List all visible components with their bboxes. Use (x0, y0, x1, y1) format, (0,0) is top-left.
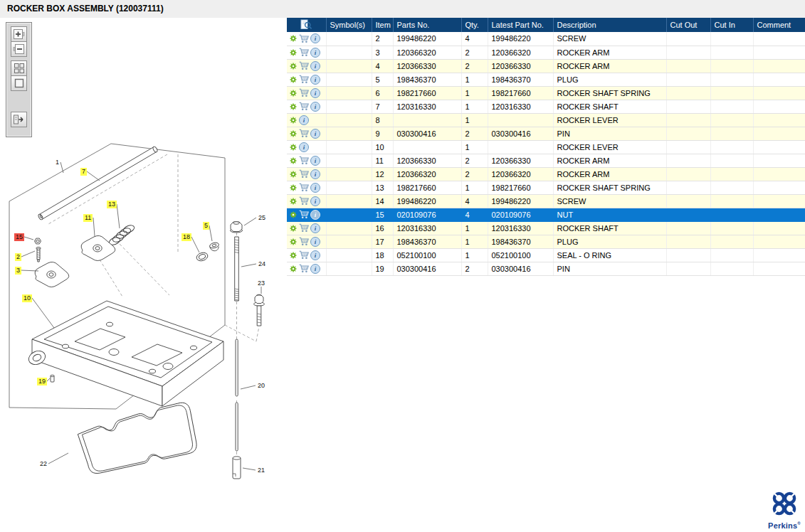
cart-icon[interactable] (299, 169, 309, 179)
table-row-item-16[interactable]: i161203163301120316330ROCKER SHAFT (287, 221, 805, 235)
cart-icon[interactable] (299, 210, 309, 219)
part-label-2[interactable]: 2 (15, 253, 21, 261)
gear-icon[interactable] (289, 183, 298, 192)
info-icon[interactable]: i (310, 61, 320, 71)
gear-icon[interactable] (289, 75, 298, 84)
cart-icon[interactable] (299, 237, 309, 246)
part-label-3[interactable]: 3 (15, 267, 21, 275)
part-label-10[interactable]: 10 (22, 294, 32, 302)
cart-icon[interactable] (299, 61, 309, 70)
gear-icon[interactable] (289, 34, 298, 43)
tile-view-button[interactable] (11, 60, 27, 76)
info-icon[interactable]: i (310, 33, 320, 43)
info-icon[interactable]: i (310, 169, 320, 179)
part-label-1[interactable]: 1 (54, 159, 60, 166)
part-label-19[interactable]: 19 (37, 378, 47, 385)
single-view-button[interactable] (11, 75, 27, 91)
column-header-cut-out[interactable]: Cut Out (666, 18, 710, 32)
table-row-item-9[interactable]: i90303004162030300416PIN (287, 127, 805, 140)
gear-icon[interactable] (289, 116, 298, 124)
cart-icon[interactable] (299, 183, 309, 192)
cart-icon[interactable] (299, 264, 309, 273)
gear-icon[interactable] (289, 265, 298, 273)
part-label-18[interactable]: 18 (181, 233, 191, 241)
table-row-item-8[interactable]: i81ROCKER LEVER (287, 113, 805, 127)
cart-icon[interactable] (299, 156, 309, 165)
column-header-latest-part-no[interactable]: Latest Part No. (488, 18, 553, 32)
toggle-panel-button[interactable] (11, 112, 27, 127)
zoom-in-button[interactable] (11, 26, 27, 42)
info-icon[interactable]: i (310, 250, 320, 260)
table-row-item-6[interactable]: i61982176601198217660ROCKER SHAFT SPRING (287, 86, 805, 100)
cart-icon[interactable] (299, 34, 309, 43)
info-icon[interactable]: i (310, 210, 320, 220)
column-header-description[interactable]: Description (553, 18, 666, 32)
part-label-21[interactable]: 21 (256, 467, 266, 474)
zoom-out-button[interactable] (11, 41, 27, 57)
info-icon[interactable]: i (310, 75, 320, 85)
gear-icon[interactable] (289, 251, 298, 260)
column-header-actions[interactable] (287, 18, 326, 32)
part-label-20[interactable]: 20 (256, 382, 266, 390)
info-icon[interactable]: i (310, 183, 320, 193)
table-row-item-12[interactable]: i121203663202120366320ROCKER ARM (287, 167, 805, 181)
cart-icon[interactable] (299, 129, 309, 138)
cart-icon[interactable] (299, 48, 309, 57)
gear-icon[interactable] (289, 102, 298, 111)
part-label-24[interactable]: 24 (257, 260, 267, 268)
info-icon[interactable]: i (310, 156, 320, 166)
gear-icon[interactable] (289, 156, 298, 165)
part-label-5[interactable]: 5 (203, 222, 209, 230)
part-label-13[interactable]: 13 (107, 201, 117, 208)
gear-icon[interactable] (289, 197, 298, 206)
gear-icon[interactable] (289, 170, 298, 179)
table-row-item-14[interactable]: i141994862204199486220SCREW (287, 194, 805, 208)
cart-icon[interactable] (299, 223, 309, 233)
column-header-comment[interactable]: Comment (753, 18, 805, 32)
table-row-item-17[interactable]: i171984363701198436370PLUG (287, 235, 805, 248)
table-row-item-3[interactable]: i31203663202120366320ROCKER ARM (287, 46, 805, 59)
gear-icon[interactable] (289, 211, 298, 219)
table-row-item-4[interactable]: i41203663302120366330ROCKER ARM (287, 59, 805, 73)
info-icon[interactable]: i (310, 48, 320, 58)
info-icon[interactable]: i (310, 237, 320, 247)
part-label-7[interactable]: 7 (80, 168, 87, 176)
gear-icon[interactable] (289, 89, 298, 97)
column-header-qty[interactable]: Qty. (461, 18, 488, 32)
info-icon[interactable]: i (310, 129, 320, 139)
table-row-item-2[interactable]: i21994862204199486220SCREW (287, 32, 805, 46)
info-icon[interactable]: i (310, 102, 320, 112)
info-icon[interactable]: i (310, 88, 320, 98)
info-icon[interactable]: i (310, 196, 320, 206)
cart-icon[interactable] (299, 88, 309, 97)
table-row-item-10[interactable]: i101ROCKER LEVER (287, 140, 805, 154)
cart-icon[interactable] (299, 75, 309, 84)
part-label-22[interactable]: 22 (38, 460, 48, 468)
info-icon[interactable]: i (310, 223, 320, 233)
info-icon[interactable]: i (299, 142, 309, 152)
part-label-25[interactable]: 25 (257, 214, 267, 222)
column-header-cut-in[interactable]: Cut In (710, 18, 753, 32)
table-row-item-18[interactable]: i180521001001052100100SEAL - O RING (287, 248, 805, 262)
cart-icon[interactable] (299, 102, 309, 111)
table-row-item-13[interactable]: i131982176601198217660ROCKER SHAFT SPRIN… (287, 181, 805, 194)
part-label-23[interactable]: 23 (256, 280, 266, 287)
part-label-11[interactable]: 11 (83, 214, 93, 222)
table-row-item-15[interactable]: i150201090764020109076NUT (287, 208, 805, 221)
table-row-item-19[interactable]: i190303004162030300416PIN (287, 262, 805, 275)
cart-icon[interactable] (299, 196, 309, 206)
gear-icon[interactable] (289, 62, 298, 70)
column-header-parts-no[interactable]: Parts No. (393, 18, 461, 32)
table-row-item-11[interactable]: i111203663302120366330ROCKER ARM (287, 154, 805, 167)
info-icon[interactable]: i (299, 115, 309, 125)
gear-icon[interactable] (289, 224, 298, 233)
gear-icon[interactable] (289, 143, 298, 151)
table-row-item-7[interactable]: i71203163301120316330ROCKER SHAFT (287, 100, 805, 113)
column-header-item[interactable]: Item (372, 18, 393, 32)
part-label-15[interactable]: 15 (14, 233, 24, 241)
gear-icon[interactable] (289, 48, 298, 57)
gear-icon[interactable] (289, 238, 298, 246)
info-icon[interactable]: i (310, 264, 320, 274)
column-header-symbols[interactable]: Symbol(s) (326, 18, 372, 32)
gear-icon[interactable] (289, 129, 298, 138)
